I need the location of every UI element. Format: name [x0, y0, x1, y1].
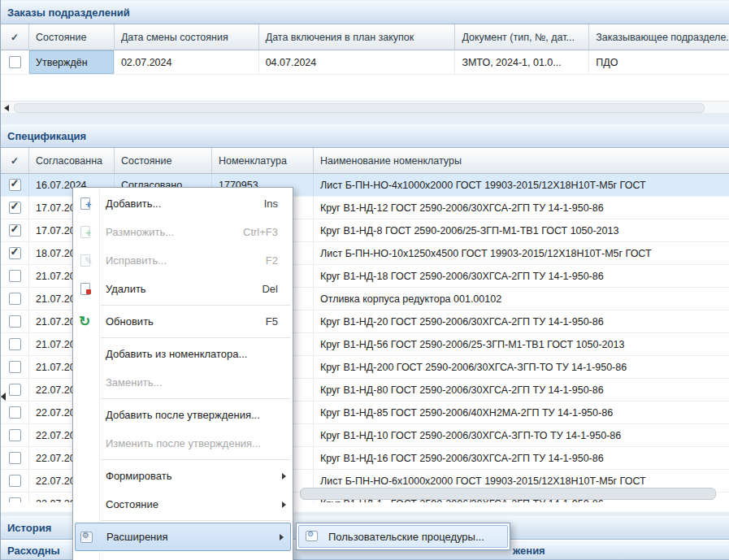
row-name-cell: Круг В1-НД-10 ГОСТ 2590-2006/30ХГСА-ЗГП-… [314, 424, 729, 447]
orders-select-all-header[interactable]: ✓ [1, 24, 29, 50]
expense-panel-title-tail: жения [513, 545, 545, 557]
orders-col-state[interactable]: Состояние [29, 24, 115, 50]
spec-select-all-header[interactable]: ✓ [1, 148, 29, 174]
row-checkbox[interactable] [9, 247, 21, 259]
row-check-cell [1, 424, 29, 447]
row-check-cell [1, 219, 29, 242]
row-name-cell: Круг В1-НД-56 ГОСТ 2590-2006/25-ЗГП-М1-Т… [314, 333, 729, 356]
orders-row-document-cell[interactable]: ЗМТО, 2024-1, 01.0... [455, 50, 589, 75]
context-menu-item-4[interactable]: Удалить Del [73, 275, 293, 303]
row-checkbox[interactable] [9, 224, 21, 237]
menu-item-label: Добавить после утверждения... [106, 409, 260, 421]
context-menu-item-17[interactable]: Расширения [75, 523, 291, 551]
orders-row-state-change-date-cell[interactable]: 02.07.2024 [115, 50, 259, 75]
delete-page-icon [78, 282, 94, 297]
orders-table-row[interactable]: Утверждён 02.07.2024 04.07.2024 ЗМТО, 20… [1, 50, 729, 75]
row-checkbox[interactable] [9, 475, 21, 487]
spec-col-nomenclature[interactable]: Номенклатура [212, 148, 314, 174]
menu-item-label: Формировать [106, 470, 171, 482]
menu-item-label: Размножить... [106, 226, 174, 238]
row-checkbox[interactable] [9, 270, 21, 282]
menu-item-icon [78, 347, 94, 362]
menu-item-icon [78, 436, 94, 451]
spec-panel-title: Спецификация [7, 130, 86, 142]
spec-col-state[interactable]: Состояние [115, 148, 212, 174]
row-check-cell [1, 470, 29, 493]
check-glyph: ✓ [11, 32, 19, 43]
menu-item-icon [78, 497, 94, 512]
row-checkbox[interactable] [9, 202, 21, 214]
row-checkbox[interactable] [9, 429, 21, 441]
context-menu-item-14[interactable]: Формировать [73, 462, 293, 490]
orders-hscrollbar-thumb[interactable] [14, 103, 705, 113]
context-menu-list: Добавить... Ins Размножить... Ctrl+F3 Ис… [73, 189, 293, 560]
row-check-cell [1, 447, 29, 470]
orders-panel-header[interactable]: Заказы подразделений [1, 0, 729, 24]
context-menu-item-11[interactable]: Добавить после утверждения... [73, 401, 293, 429]
row-checkbox[interactable] [9, 293, 21, 305]
context-menu-item-9[interactable]: Заменить... [73, 368, 293, 397]
row-check-cell [1, 265, 29, 288]
orders-row-plan-date-cell[interactable]: 04.07.2024 [259, 50, 456, 75]
menu-separator [101, 459, 290, 460]
orders-col-state-change-date[interactable]: Дата смены состояния [115, 24, 259, 50]
row-checkbox[interactable] [9, 452, 21, 464]
orders-col-department[interactable]: Заказывающее подразделе... [589, 24, 729, 50]
spec-col-agreed-date[interactable]: Согласованна [29, 148, 115, 174]
context-menu-item-6[interactable]: Обновить F5 [73, 307, 293, 336]
row-name-cell: Круг В1-НД-8 ГОСТ 2590-2006/25-ЗГП-М1-ТВ… [314, 219, 729, 242]
orders-col-document[interactable]: Документ (тип, №, дат... [455, 24, 589, 50]
submenu-arrow-icon [282, 501, 286, 508]
splitter-collapse-arrow[interactable] [1, 393, 6, 401]
menu-item-icon [78, 469, 94, 484]
spec-table-header: ✓ Согласованна Состояние Номенклатура На… [1, 148, 729, 174]
submenu-arrow-icon [282, 473, 286, 480]
row-name-cell: Круг В1-НД-18 ГОСТ 2590-2006/30ХГСА-2ГП … [314, 265, 729, 288]
plugin-icon [79, 530, 95, 545]
menu-item-label: Добавить... [106, 198, 161, 210]
edit-page-icon [78, 254, 94, 268]
context-menu-item-8[interactable]: Добавить из номенклатора... [73, 340, 293, 368]
menu-item-shortcut: Ins [264, 198, 284, 210]
menu-item-user-procedures[interactable]: Пользовательские процедуры... [298, 525, 508, 548]
context-menu-item-18[interactable]: Обмен [73, 551, 293, 560]
row-checkbox[interactable] [9, 361, 21, 373]
row-checkbox[interactable] [9, 497, 21, 502]
menu-item-label: Добавить из номенклатора... [106, 348, 247, 360]
spec-hscrollbar-thumb[interactable] [300, 488, 716, 500]
orders-row-department-cell[interactable]: ПДО [589, 50, 729, 75]
orders-col-plan-date[interactable]: Дата включения в план закупок [259, 24, 456, 50]
orders-row-check-cell [1, 50, 29, 75]
row-check-cell [1, 493, 29, 502]
context-menu-item-3[interactable]: Исправить... F2 [73, 246, 293, 275]
spec-col-name[interactable]: Наименование номенклатуры [314, 148, 729, 174]
scroll-left-arrow-icon[interactable] [4, 105, 9, 111]
row-check-cell [1, 310, 29, 333]
row-name-cell: Круг В1-НД-12 ГОСТ 2590-2006/30ХГСА-2ГП … [314, 197, 729, 219]
row-name-cell: Лист Б-ПН-НО-4х1000х2000 ГОСТ 19903-2015… [314, 174, 729, 197]
row-name-cell: Круг В1-НД-200 ГОСТ 2590-2006/30ХГСА-ЗГП… [314, 356, 729, 379]
orders-row-state-cell[interactable]: Утверждён [29, 50, 115, 75]
expense-panel-title: Расходны [7, 545, 60, 557]
context-menu-item-2[interactable]: Размножить... Ctrl+F3 [73, 218, 293, 246]
row-check-cell [1, 197, 29, 219]
row-checkbox[interactable] [9, 179, 21, 191]
copy-page-icon [78, 225, 94, 240]
menu-separator [101, 398, 290, 399]
context-menu-item-15[interactable]: Состояние [73, 490, 293, 519]
app-window: Заказы подразделений ✓ Состояние Дата см… [0, 0, 729, 560]
menu-item-shortcut: F5 [266, 315, 284, 328]
context-menu-item-12[interactable]: Изменить после утверждения... [73, 429, 293, 458]
submenu-item-label: Пользовательские процедуры... [328, 531, 484, 543]
row-checkbox[interactable] [9, 384, 21, 396]
row-checkbox[interactable] [9, 338, 21, 350]
row-checkbox[interactable] [9, 406, 21, 419]
row-checkbox[interactable] [9, 315, 21, 328]
submenu-arrow-icon [280, 534, 284, 540]
context-menu-item-1[interactable]: Добавить... Ins [73, 189, 293, 218]
orders-hscrollbar[interactable] [1, 101, 729, 114]
orders-row-checkbox[interactable] [9, 56, 21, 68]
panel-divider [1, 113, 729, 124]
spec-panel-header[interactable]: Спецификация [1, 124, 729, 148]
extensions-submenu: Пользовательские процедуры... [296, 523, 510, 550]
